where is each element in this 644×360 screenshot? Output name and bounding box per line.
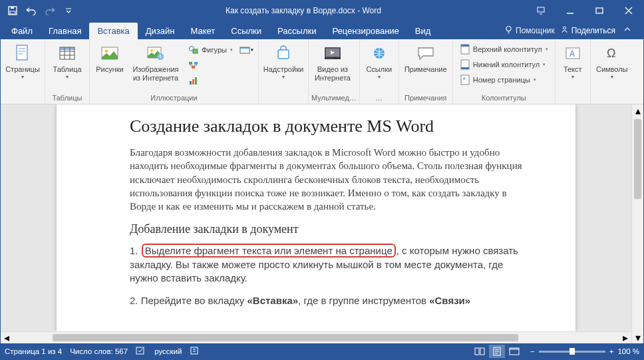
svg-rect-4 <box>596 8 603 13</box>
close-button[interactable] <box>614 1 643 21</box>
table-button[interactable]: Таблица▾ <box>48 41 86 81</box>
online-pictures-button[interactable]: Изображения из Интернета <box>128 41 183 83</box>
svg-rect-1 <box>10 11 15 14</box>
vertical-scrollbar[interactable]: ▴ ▾ <box>631 104 643 343</box>
symbols-button[interactable]: Ω Символы▾ <box>593 41 631 81</box>
tab-layout[interactable]: Макет <box>182 23 223 39</box>
svg-point-11 <box>105 50 108 53</box>
zoom-out-button[interactable]: − <box>530 347 535 355</box>
zoom-knob[interactable] <box>569 348 575 355</box>
page-number-icon: # <box>460 75 470 85</box>
tab-home[interactable]: Главная <box>41 23 89 39</box>
maximize-button[interactable] <box>585 1 614 21</box>
pictures-icon <box>99 43 120 64</box>
screenshot-button[interactable]: ▾ <box>240 43 254 57</box>
zoom-control: − + 100 % <box>530 347 639 355</box>
links-label: Ссылки <box>366 65 392 74</box>
group-headerfooter: Верхний колонтитул▾ Нижний колонтитул▾ #… <box>453 39 556 104</box>
zoom-level[interactable]: 100 % <box>617 347 639 355</box>
pages-button[interactable]: Страницы▾ <box>3 41 42 81</box>
tab-references[interactable]: Ссылки <box>223 23 269 39</box>
page-number-button[interactable]: #Номер страницы▾ <box>457 73 551 87</box>
status-page[interactable]: Страница 1 из 4 <box>5 347 62 355</box>
track-changes-icon[interactable] <box>190 346 199 357</box>
hscroll-thumb[interactable] <box>53 334 518 341</box>
scroll-up-icon[interactable]: ▴ <box>632 104 643 116</box>
footer-button[interactable]: Нижний колонтитул▾ <box>457 57 551 72</box>
svg-point-6 <box>563 27 565 29</box>
scroll-down-icon[interactable]: ▾ <box>632 331 643 343</box>
read-mode-button[interactable] <box>472 345 488 358</box>
share-button[interactable]: Поделиться <box>560 25 615 36</box>
chart-button[interactable] <box>186 73 236 88</box>
text-button[interactable]: A Текст▾ <box>558 41 587 81</box>
group-text: A Текст▾ <box>556 39 591 104</box>
horizontal-scrollbar[interactable]: ◂ ▸ <box>1 331 631 343</box>
status-wordcount[interactable]: Число слов: 567 <box>70 347 128 355</box>
svg-rect-18 <box>194 62 198 65</box>
header-icon <box>460 44 470 55</box>
scroll-right-icon[interactable]: ▸ <box>619 332 631 343</box>
print-layout-button[interactable] <box>489 345 505 358</box>
online-video-button[interactable]: Видео из Интернета <box>311 41 354 83</box>
header-button[interactable]: Верхний колонтитул▾ <box>457 42 551 57</box>
ribbon-tabs: Файл Главная Вставка Дизайн Макет Ссылки… <box>1 21 643 39</box>
group-comments-label: Примечания <box>402 92 450 104</box>
tab-view[interactable]: Вид <box>407 23 439 39</box>
svg-rect-17 <box>189 62 192 65</box>
save-icon[interactable] <box>5 3 21 19</box>
link-icon <box>369 43 390 64</box>
svg-rect-9 <box>60 47 75 50</box>
smartart-button[interactable] <box>186 58 236 73</box>
share-label: Поделиться <box>571 26 615 35</box>
undo-icon[interactable] <box>23 3 39 19</box>
ribbon: Страницы▾ Таблица▾ Таблицы Рисунки <box>1 39 643 104</box>
zoom-slider[interactable] <box>539 351 605 353</box>
shapes-button[interactable]: Фигуры▾ <box>186 43 236 57</box>
zoom-in-button[interactable]: + <box>609 347 614 355</box>
shapes-icon <box>188 45 199 55</box>
status-bar: Страница 1 из 4 Число слов: 567 русский … <box>1 343 643 359</box>
group-media: Видео из Интернета Мультимед… <box>309 39 360 104</box>
web-layout-button[interactable] <box>506 345 522 358</box>
vscroll-thumb[interactable] <box>634 119 641 199</box>
tab-insert[interactable]: Вставка <box>89 23 137 39</box>
redo-icon[interactable] <box>42 3 58 19</box>
pictures-button[interactable]: Рисунки <box>92 41 127 75</box>
svg-rect-22 <box>195 77 197 85</box>
scroll-left-icon[interactable]: ◂ <box>1 332 13 343</box>
highlighted-text: Выделите фрагмент текста или элемент на … <box>142 244 396 258</box>
qat-customize-icon[interactable] <box>61 3 77 19</box>
collapse-ribbon-icon[interactable] <box>621 24 634 37</box>
svg-rect-24 <box>240 47 249 49</box>
header-label: Верхний колонтитул <box>473 45 542 53</box>
addins-button[interactable]: Надстройки▾ <box>261 41 305 81</box>
page-viewport[interactable]: Создание закладок в документе MS Word Бл… <box>1 104 631 331</box>
svg-rect-7 <box>17 45 27 60</box>
vscroll-track[interactable] <box>632 116 643 331</box>
minimize-button[interactable] <box>556 1 585 21</box>
proofing-icon[interactable] <box>136 346 146 357</box>
group-illustrations-label: Иллюстрации <box>92 92 255 104</box>
comment-label: Примечание <box>404 65 447 74</box>
tab-mailings[interactable]: Рассылки <box>269 23 324 39</box>
svg-rect-20 <box>190 81 192 85</box>
group-tables: Таблица▾ Таблицы <box>45 39 90 104</box>
tab-file[interactable]: Файл <box>3 23 41 39</box>
links-button[interactable]: Ссылки▾ <box>363 41 396 81</box>
tab-review[interactable]: Рецензирование <box>324 23 406 39</box>
group-illustrations: Рисунки Изображения из Интернета Фигуры▾… <box>90 39 259 104</box>
document-page[interactable]: Создание закладок в документе MS Word Бл… <box>57 104 575 331</box>
status-language[interactable]: русский <box>154 347 182 355</box>
hscroll-track[interactable] <box>13 332 619 343</box>
svg-rect-3 <box>538 7 544 12</box>
footer-label: Нижний колонтитул <box>473 61 540 69</box>
tell-me[interactable]: Помощник <box>504 25 555 36</box>
comment-button[interactable]: Примечание <box>402 41 450 75</box>
svg-point-13 <box>150 49 153 52</box>
help-ribbon-icon[interactable] <box>526 1 556 21</box>
tab-design[interactable]: Дизайн <box>138 23 183 39</box>
doc-list-item-2: 2. Перейдите во вкладку «Вставка», где в… <box>130 294 529 307</box>
doc-paragraph: Благодаря возможности добавления закладо… <box>130 146 529 213</box>
textbox-icon: A <box>562 43 583 64</box>
